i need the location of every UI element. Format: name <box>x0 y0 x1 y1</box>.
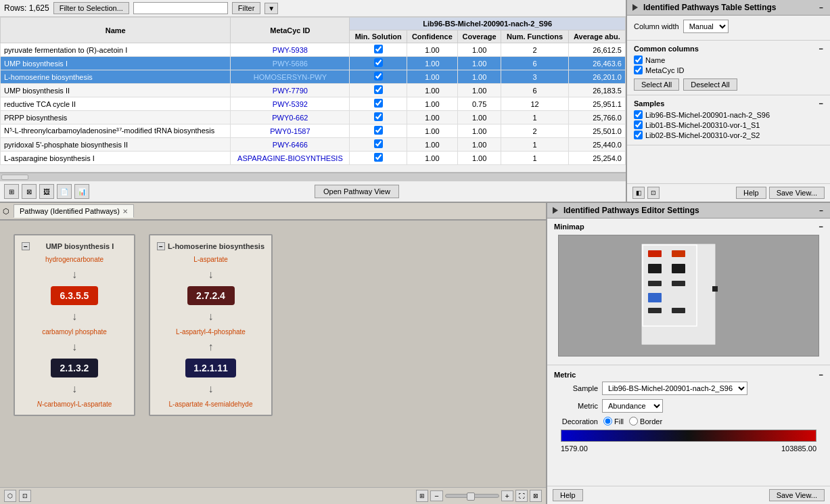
row-checkbox[interactable] <box>374 139 383 148</box>
collapse-settings-button[interactable]: − <box>819 4 823 12</box>
editor-save-view-button[interactable]: Save View... <box>769 489 825 501</box>
row-checkbox[interactable] <box>374 99 383 108</box>
editor-help-button[interactable]: Help <box>553 489 583 501</box>
metacyc-link[interactable]: PWY-7790 <box>273 87 308 95</box>
table-row[interactable]: pyruvate fermentation to (R)-acetoin IPW… <box>1 43 626 57</box>
sample-check-3[interactable] <box>634 131 643 139</box>
ump-enzyme-2[interactable]: 2.1.3.2 <box>51 359 98 377</box>
minimap-collapse[interactable]: − <box>819 223 823 231</box>
deselect-all-button[interactable]: Deselect All <box>683 78 737 91</box>
samples-collapse[interactable]: − <box>819 99 823 108</box>
check-metacyc[interactable] <box>634 66 643 74</box>
table-save-view-button[interactable]: Save View... <box>769 187 825 199</box>
pathway-box-ump: − UMP biosynthesis I hydrogencarbonate ↓… <box>14 234 135 416</box>
pathway-toolbar-btn-1[interactable]: ⬡ <box>4 490 16 502</box>
row-checkbox[interactable] <box>374 58 383 67</box>
zoom-in-button[interactable]: + <box>501 490 513 501</box>
metacyc-link[interactable]: HOMOSERSYN-PWY <box>254 73 327 81</box>
filter-button[interactable]: Filter <box>232 2 260 14</box>
row-checkbox[interactable] <box>374 153 383 162</box>
editor-expand-icon[interactable] <box>553 207 558 214</box>
border-radio[interactable] <box>629 417 638 426</box>
icon-btn-5[interactable]: 📊 <box>74 184 89 199</box>
settings-corner-btn-1[interactable]: ◧ <box>632 187 645 199</box>
common-cols-collapse[interactable]: − <box>819 45 823 53</box>
pathway-canvas-area[interactable]: − UMP biosynthesis I hydrogencarbonate ↓… <box>0 221 546 487</box>
settings-corner-btn-2[interactable]: ⊡ <box>647 187 660 199</box>
sample-check-2[interactable] <box>634 120 643 129</box>
col-header-coverage[interactable]: Coverage <box>457 30 501 43</box>
icon-btn-2[interactable]: ⊠ <box>22 184 37 199</box>
metacyc-link[interactable]: PWY0-662 <box>272 114 308 122</box>
samples-section: Samples − Lib96-BS-Michel-200901-nach-2_… <box>627 95 830 145</box>
fill-radio-label[interactable]: Fill <box>603 417 624 426</box>
minimap-svg <box>635 240 743 352</box>
lhomo-enzyme-1[interactable]: 2.7.2.4 <box>187 286 235 305</box>
metacyc-link[interactable]: PWY-6466 <box>273 141 308 149</box>
metric-collapse[interactable]: − <box>819 371 823 379</box>
pathway-tab[interactable]: Pathway (Identified Pathways) ✕ <box>14 204 134 218</box>
lhomo-enzyme-2[interactable]: 1.2.1.11 <box>185 359 236 377</box>
row-checkbox[interactable] <box>374 126 383 135</box>
ump-enzyme-1[interactable]: 6.3.5.5 <box>51 286 98 305</box>
metacyc-link[interactable]: PWY-5392 <box>273 100 308 108</box>
filter-dropdown-button[interactable]: ▼ <box>264 3 278 14</box>
col-header-name[interactable]: Name <box>1 18 231 43</box>
select-all-button[interactable]: Select All <box>634 78 679 91</box>
zoom-slider-track[interactable] <box>445 494 499 498</box>
table-help-button[interactable]: Help <box>736 187 766 199</box>
filter-to-selection-button[interactable]: Filter to Selection... <box>53 2 129 14</box>
lhomo-collapse-button[interactable]: − <box>157 242 165 250</box>
editor-collapse-button[interactable]: − <box>819 207 823 214</box>
metacyc-link[interactable]: PWY-5686 <box>273 60 308 68</box>
zoom-fullscreen-button[interactable]: ⛶ <box>515 490 528 502</box>
samples-list: Lib96-BS-Michel-200901-nach-2_S96 Lib01-… <box>634 110 823 141</box>
metacyc-link[interactable]: PWY-5938 <box>273 46 308 54</box>
table-row[interactable]: UMP biosynthesis IIPWY-77901.001.00626,1… <box>1 84 626 97</box>
icon-btn-3[interactable]: 🖼 <box>39 184 54 199</box>
zoom-fit-button[interactable]: ⊞ <box>416 490 428 502</box>
zoom-settings-button[interactable]: ⊠ <box>530 490 542 502</box>
cell-name: N⁵-L-threonylcarbamoyladenosine³⁷-modifi… <box>1 124 231 138</box>
col-header-metacyc[interactable]: MetaCyc ID <box>231 18 350 43</box>
metacyc-link[interactable]: PWY0-1587 <box>270 127 310 135</box>
col-header-avg-abu[interactable]: Average abu. <box>568 30 625 43</box>
sample-check-1[interactable] <box>634 110 643 119</box>
col-header-confidence[interactable]: Confidence <box>407 30 457 43</box>
h-scroll-thumb[interactable] <box>1 175 28 180</box>
icon-btn-4[interactable]: 📄 <box>57 184 72 199</box>
minimap-area[interactable] <box>558 235 819 357</box>
zoom-slider-thumb[interactable] <box>467 492 475 501</box>
icon-btn-1[interactable]: ⊞ <box>4 184 19 199</box>
open-pathway-view-button[interactable]: Open Pathway View <box>315 185 399 198</box>
fill-radio[interactable] <box>603 417 612 426</box>
col-header-min-solution[interactable]: Min. Solution <box>350 30 407 43</box>
tab-close-button[interactable]: ✕ <box>122 208 128 215</box>
sample-select[interactable]: Lib96-BS-Michel-200901-nach-2_S96 <box>602 382 747 395</box>
row-checkbox[interactable] <box>374 112 383 121</box>
table-row[interactable]: PRPP biosynthesisPWY0-6621.001.00125,766… <box>1 111 626 124</box>
row-checkbox[interactable] <box>374 45 383 53</box>
metacyc-link[interactable]: ASPARAGINE-BIOSYNTHESIS <box>237 154 343 162</box>
cell-name: L-homoserine biosynthesis <box>1 70 231 84</box>
col-header-num-functions[interactable]: Num. Functions <box>501 30 568 43</box>
expand-icon[interactable] <box>632 4 638 11</box>
table-row[interactable]: UMP biosynthesis IPWY-56861.001.00626,46… <box>1 57 626 70</box>
col-group-header[interactable]: Lib96-BS-Michel-200901-nach-2_S96 <box>350 18 626 30</box>
ump-collapse-button[interactable]: − <box>22 242 30 250</box>
filter-input[interactable] <box>133 2 228 14</box>
table-row[interactable]: L-asparagine biosynthesis IASPARAGINE-BI… <box>1 152 626 165</box>
table-row[interactable]: pyridoxal 5'-phosphate biosynthesis IIPW… <box>1 138 626 152</box>
zoom-out-button[interactable]: − <box>430 490 442 501</box>
table-row[interactable]: L-homoserine biosynthesisHOMOSERSYN-PWY1… <box>1 70 626 84</box>
pathway-toolbar-btn-2[interactable]: ⊡ <box>19 490 31 502</box>
row-checkbox[interactable] <box>374 72 383 81</box>
table-row[interactable]: reductive TCA cycle IIPWY-53921.000.7512… <box>1 97 626 111</box>
check-name[interactable] <box>634 55 643 64</box>
metric-select[interactable]: Abundance <box>602 399 663 413</box>
col-width-select[interactable]: Manual <box>683 20 729 33</box>
horizontal-scrollbar[interactable] <box>0 173 626 181</box>
row-checkbox[interactable] <box>374 85 383 94</box>
border-radio-label[interactable]: Border <box>629 417 662 426</box>
table-row[interactable]: N⁵-L-threonylcarbamoyladenosine³⁷-modifi… <box>1 124 626 138</box>
